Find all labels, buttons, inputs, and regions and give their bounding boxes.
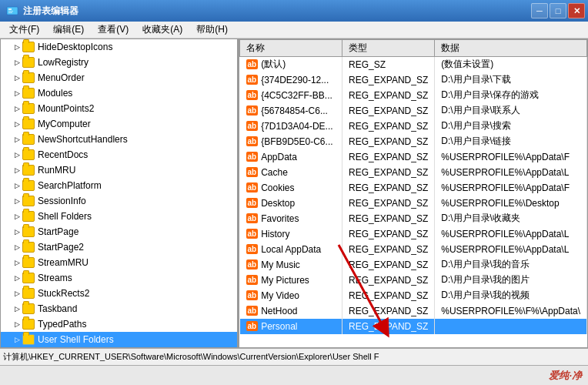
tree-item-mycomputer[interactable]: ▷ MyComputer bbox=[1, 116, 237, 132]
table-row[interactable]: abNetHoodREG_EXPAND_SZ%USERPROFILE%\F%\A… bbox=[240, 303, 587, 319]
tree-label: Taskband bbox=[38, 303, 77, 314]
tree-arrow: ▷ bbox=[13, 274, 21, 282]
table-row[interactable]: abMy VideoREG_EXPAND_SZD:\用户目录\我的视频 bbox=[240, 288, 587, 303]
folder-icon bbox=[22, 72, 35, 83]
tree-arrow: ▷ bbox=[13, 166, 21, 174]
table-row[interactable]: ab{4C5C32FF-BB...REG_EXPAND_SZD:\用户目录\保存… bbox=[240, 88, 587, 103]
table-row[interactable]: abCacheREG_EXPAND_SZ%USERPROFILE%\AppDat… bbox=[240, 165, 587, 180]
tree-arrow: ▷ bbox=[13, 151, 21, 159]
registry-values[interactable]: 名称 类型 数据 ab(默认)REG_SZ(数值未设置)ab{374DE290-… bbox=[239, 39, 587, 347]
tree-item-typedpaths[interactable]: ▷ TypedPaths bbox=[1, 316, 237, 332]
menu-favorites[interactable]: 收藏夹(A) bbox=[136, 22, 189, 38]
tree-arrow: ▷ bbox=[13, 136, 21, 143]
table-row[interactable]: abHistoryREG_EXPAND_SZ%USERPROFILE%\AppD… bbox=[240, 226, 587, 242]
maximize-button[interactable]: □ bbox=[550, 3, 566, 18]
registry-table: 名称 类型 数据 ab(默认)REG_SZ(数值未设置)ab{374DE290-… bbox=[239, 39, 587, 334]
reg-type-cell: REG_EXPAND_SZ bbox=[342, 273, 435, 288]
tree-item-newshortcuthandlers[interactable]: ▷ NewShortcutHandlers bbox=[1, 132, 237, 147]
tree-item-recentdocs[interactable]: ▷ RecentDocs bbox=[1, 147, 237, 162]
reg-name-cell: ab(默认) bbox=[240, 57, 342, 72]
table-row[interactable]: abMy MusicREG_EXPAND_SZD:\用户目录\我的音乐 bbox=[240, 257, 587, 273]
table-row[interactable]: abCookiesREG_EXPAND_SZ%USERPROFILE%\AppD… bbox=[240, 180, 587, 196]
folder-icon bbox=[22, 334, 35, 345]
folder-icon bbox=[22, 303, 35, 314]
table-row[interactable]: abLocal AppDataREG_EXPAND_SZ%USERPROFILE… bbox=[240, 242, 587, 257]
reg-name-cell: abDesktop bbox=[240, 196, 342, 211]
reg-type-cell: REG_EXPAND_SZ bbox=[342, 165, 435, 180]
tree-item-usershellfolders[interactable]: ▷ User Shell Folders bbox=[1, 332, 237, 347]
tree-item-taskband[interactable]: ▷ Taskband bbox=[1, 301, 237, 316]
tree-item-modules[interactable]: ▷ Modules bbox=[1, 85, 237, 101]
col-name[interactable]: 名称 bbox=[240, 40, 342, 57]
tree-arrow: ▷ bbox=[13, 43, 21, 51]
reg-data-cell: %USERPROFILE%\AppData\L bbox=[435, 242, 587, 257]
table-row[interactable]: abMy PicturesREG_EXPAND_SZD:\用户目录\我的图片 bbox=[240, 273, 587, 288]
reg-data-cell: D:\用户目录\联系人 bbox=[435, 103, 587, 119]
reg-type-cell: REG_EXPAND_SZ bbox=[342, 288, 435, 303]
tree-item-menuorder[interactable]: ▷ MenuOrder bbox=[1, 70, 237, 85]
tree-item-lowregistry[interactable]: ▷ LowRegistry bbox=[1, 55, 237, 70]
col-data[interactable]: 数据 bbox=[435, 40, 587, 57]
reg-name-cell: abMy Music bbox=[240, 257, 342, 273]
table-row[interactable]: ab(默认)REG_SZ(数值未设置) bbox=[240, 57, 587, 72]
table-row[interactable]: abAppDataREG_EXPAND_SZ%USERPROFILE%\AppD… bbox=[240, 149, 587, 165]
tree-label: MenuOrder bbox=[38, 72, 85, 83]
tree-item-mountpoints2[interactable]: ▷ MountPoints2 bbox=[1, 101, 237, 116]
table-row[interactable]: abDesktopREG_EXPAND_SZ%USERPROFILE%\Desk… bbox=[240, 196, 587, 211]
tree-label: StuckRects2 bbox=[38, 288, 89, 299]
menu-help[interactable]: 帮助(H) bbox=[190, 22, 234, 38]
tree-arrow: ▷ bbox=[13, 105, 21, 112]
folder-icon bbox=[22, 165, 35, 176]
reg-name-cell: abMy Pictures bbox=[240, 273, 342, 288]
reg-name-cell: abNetHood bbox=[240, 303, 342, 319]
reg-data-cell: D:\用户目录\搜索 bbox=[435, 119, 587, 134]
tree-item-shellfolders[interactable]: ▷ Shell Folders bbox=[1, 209, 237, 224]
table-row[interactable]: abFavoritesREG_EXPAND_SZD:\用户目录\收藏夹 bbox=[240, 211, 587, 226]
table-row[interactable]: ab{7D1D3A04-DE...REG_EXPAND_SZD:\用户目录\搜索 bbox=[240, 119, 587, 134]
reg-name-cell: abAppData bbox=[240, 149, 342, 165]
reg-name-cell: abHistory bbox=[240, 226, 342, 242]
tree-item-hidedesktopicons[interactable]: ▷ HideDesktopIcons bbox=[1, 39, 237, 55]
main-content: ▷ HideDesktopIcons ▷ LowRegistry ▷ MenuO… bbox=[0, 38, 588, 348]
menu-view[interactable]: 查看(V) bbox=[92, 22, 135, 38]
folder-icon bbox=[22, 149, 35, 160]
table-row[interactable]: ab{374DE290-12...REG_EXPAND_SZD:\用户目录\下载 bbox=[240, 72, 587, 88]
menu-edit[interactable]: 编辑(E) bbox=[47, 22, 90, 38]
reg-type-cell: REG_EXPAND_SZ bbox=[342, 180, 435, 196]
tree-label: StreamMRU bbox=[38, 257, 89, 268]
menu-file[interactable]: 文件(F) bbox=[3, 22, 45, 38]
title-bar: 注册表编辑器 ─ □ ✕ bbox=[0, 0, 588, 22]
col-type[interactable]: 类型 bbox=[342, 40, 435, 57]
reg-data-cell: %USERPROFILE%\AppData\F bbox=[435, 149, 587, 165]
registry-tree[interactable]: ▷ HideDesktopIcons ▷ LowRegistry ▷ MenuO… bbox=[1, 39, 239, 347]
tree-label: User Shell Folders bbox=[38, 334, 114, 345]
reg-type-cell: REG_EXPAND_SZ bbox=[342, 319, 435, 334]
reg-name-cell: abLocal AppData bbox=[240, 242, 342, 257]
reg-type-cell: REG_SZ bbox=[342, 57, 435, 72]
close-button[interactable]: ✕ bbox=[568, 3, 585, 18]
tree-item-sessioninfo[interactable]: ▷ SessionInfo bbox=[1, 193, 237, 209]
minimize-button[interactable]: ─ bbox=[531, 3, 548, 18]
folder-icon bbox=[22, 211, 35, 222]
tree-item-streams[interactable]: ▷ Streams bbox=[1, 270, 237, 286]
table-row[interactable]: abPersonalREG_EXPAND_SZ bbox=[240, 319, 587, 334]
reg-data-cell: %USERPROFILE%\AppData\L bbox=[435, 226, 587, 242]
tree-arrow: ▷ bbox=[13, 89, 21, 97]
reg-type-cell: REG_EXPAND_SZ bbox=[342, 88, 435, 103]
tree-arrow: ▷ bbox=[13, 259, 21, 266]
title-bar-left: 注册表编辑器 bbox=[6, 5, 79, 18]
table-row[interactable]: ab{BFB9D5E0-C6...REG_EXPAND_SZD:\用户目录\链接 bbox=[240, 134, 587, 149]
tree-item-startpage[interactable]: ▷ StartPage bbox=[1, 224, 237, 239]
tree-item-searchplatform[interactable]: ▷ SearchPlatform bbox=[1, 178, 237, 193]
reg-name-cell: abMy Video bbox=[240, 288, 342, 303]
tree-item-streammru[interactable]: ▷ StreamMRU bbox=[1, 255, 237, 270]
reg-type-cell: REG_EXPAND_SZ bbox=[342, 72, 435, 88]
tree-arrow: ▷ bbox=[13, 120, 21, 128]
tree-item-runmru[interactable]: ▷ RunMRU bbox=[1, 162, 237, 178]
table-row[interactable]: ab{56784854-C6...REG_EXPAND_SZD:\用户目录\联系… bbox=[240, 103, 587, 119]
tree-item-startpage2[interactable]: ▷ StartPage2 bbox=[1, 239, 237, 255]
folder-icon bbox=[22, 42, 35, 52]
tree-label: StartPage bbox=[38, 226, 79, 237]
tree-item-stuckrects2[interactable]: ▷ StuckRects2 bbox=[1, 286, 237, 301]
watermark-bar: 爱纯·净 bbox=[0, 365, 588, 385]
